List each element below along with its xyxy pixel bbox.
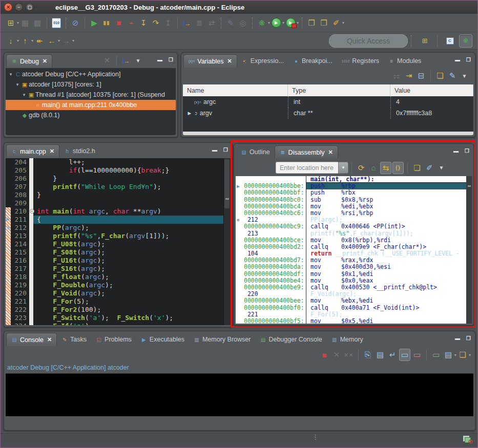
scrollbar-thumb[interactable] xyxy=(224,159,230,208)
fold-collapse-icon[interactable]: − xyxy=(30,209,34,214)
debug-perspective-icon[interactable]: ❋ xyxy=(459,34,472,48)
disassembly-row[interactable]: 0000000000400bf0:callq0x400a71 <F_Void(i… xyxy=(236,305,466,311)
pin-icon[interactable]: ✐ xyxy=(424,162,435,174)
dropdown-arrow-icon[interactable]: ▾ xyxy=(58,38,60,43)
code-line[interactable]: 209 xyxy=(6,199,231,207)
dropdown-arrow-icon[interactable]: ▾ xyxy=(469,353,471,357)
show-when-stdout-changes-icon[interactable]: ▭ xyxy=(399,349,410,361)
skip-all-breakpoints-icon[interactable]: ⊘ xyxy=(70,17,81,29)
debug-configurations-icon[interactable]: ❐ xyxy=(306,17,317,29)
add-global-variables-icon[interactable]: ⇥ xyxy=(403,70,414,82)
code-line[interactable]: 214 F_U08t(argc); xyxy=(6,240,231,248)
terminate-icon[interactable]: ■ xyxy=(113,17,124,29)
maximize-view-icon[interactable]: ❒ xyxy=(169,57,173,62)
code-line[interactable]: 221 F_For(5); xyxy=(6,297,231,306)
code-line[interactable]: 211{ xyxy=(6,216,231,224)
maximize-view-icon[interactable]: ❒ xyxy=(465,148,469,154)
edit-variable-icon[interactable]: ✎ xyxy=(447,70,458,82)
minimize-window-icon[interactable]: − xyxy=(15,3,23,11)
code-line[interactable]: 205 if(l==1000000000){break;} xyxy=(6,166,231,175)
code-line[interactable]: 212 PP(argc); xyxy=(6,224,231,232)
minimize-view-icon[interactable]: ▬ xyxy=(455,57,460,62)
tab-breakpoi[interactable]: ●Breakpoi... xyxy=(288,54,337,68)
code-editor[interactable]: 204 l++;205 if(l==1000000000){break;}206… xyxy=(6,158,231,325)
dropdown-arrow-icon[interactable]: ▾ xyxy=(31,38,33,43)
tab-tasks[interactable]: ✎Tasks xyxy=(57,333,91,346)
disassembly-row[interactable]: 0000000000400bc4:mov%edi,%ebx xyxy=(236,203,466,210)
code-line[interactable]: 223 F_Switch('a'); F_Switch('x'); xyxy=(6,314,231,322)
editor-scrollbar[interactable] xyxy=(223,158,231,325)
quick-access-input[interactable]: Quick Access xyxy=(329,34,408,48)
tab-main-cpp[interactable]: cmain.cpp✕ xyxy=(6,144,59,158)
step-into-icon[interactable]: ↧ xyxy=(138,17,149,29)
show-source-icon[interactable]: {} xyxy=(392,162,404,174)
display-selected-console-icon[interactable]: ▤ xyxy=(443,349,454,361)
tab-memory[interactable]: ▥Memory xyxy=(327,333,368,346)
code-line[interactable]: 208} xyxy=(6,191,231,199)
step-over-icon[interactable]: ↷ xyxy=(150,17,161,29)
maximize-window-icon[interactable]: ▢ xyxy=(26,3,34,11)
disassembly-row[interactable]: 0000000000400bbf:push%rbx xyxy=(236,189,466,196)
debug-tree-item[interactable]: ≡main() at main.cpp:211 0x400bbe xyxy=(6,100,176,110)
console-output[interactable] xyxy=(6,374,473,416)
disassembly-row[interactable]: 0000000000400bee:mov%ebx,%edi xyxy=(236,297,466,304)
maximize-view-icon[interactable]: ❒ xyxy=(466,57,471,62)
close-window-icon[interactable]: ✕ xyxy=(4,3,12,11)
tab-executables[interactable]: ▶Executables xyxy=(136,333,189,346)
expander-icon[interactable]: ▾ xyxy=(14,82,20,87)
debug-tree-item[interactable]: ▾▣Thread #1 [atcoder] 10375 [core: 1] (S… xyxy=(6,90,176,100)
tab-memory-browser[interactable]: ▥Memory Browser xyxy=(189,333,255,346)
close-icon[interactable]: ✕ xyxy=(43,58,47,65)
debug-tree-item[interactable]: ▾▣atcoder [10375] [cores: 1] xyxy=(6,79,176,90)
new-wizard-icon[interactable]: ⊞ xyxy=(5,17,16,29)
code-line[interactable]: 215 F_S08t(argc); xyxy=(6,248,231,257)
code-line[interactable]: 207 printf("While Loop End¥n"); xyxy=(6,183,231,191)
close-icon[interactable]: ✕ xyxy=(50,148,54,155)
dropdown-arrow-icon[interactable]: ▾ xyxy=(17,20,19,25)
disassembly-content[interactable]: main(int, char**):0000000000400bbe:▶push… xyxy=(236,176,466,324)
view-menu-icon[interactable]: ▼ xyxy=(133,54,144,67)
tab-debug[interactable]: ❋ Debug ✕ xyxy=(6,54,52,68)
disassembly-row[interactable]: 0000000000400bc9:callq0x400646 <PP(int)> xyxy=(236,223,466,230)
view-menu-icon[interactable]: ▼ xyxy=(459,70,470,82)
code-line[interactable]: 216 F_U16t(argc); xyxy=(6,257,231,265)
code-line[interactable]: 217 F_S16t(argc); xyxy=(6,265,231,273)
word-wrap-icon[interactable]: ↵ xyxy=(387,349,398,361)
instruction-stepping-icon[interactable]: i→ xyxy=(181,17,193,29)
column-type[interactable]: Type xyxy=(288,84,390,96)
instruction-stepping-mode-icon[interactable]: i→ xyxy=(120,54,132,67)
dropdown-arrow-icon[interactable]: ▾ xyxy=(17,38,19,43)
disassembly-row[interactable]: 213printf("%s",F_char(argv[1])); xyxy=(236,230,466,237)
disassembly-row[interactable]: 221F_For(5); xyxy=(236,311,466,318)
tab-debugger-console[interactable]: ▤Debugger Console xyxy=(255,333,326,346)
dropdown-arrow-icon[interactable]: ▾ xyxy=(72,38,74,43)
tab-expressio[interactable]: •:Expressio... xyxy=(237,54,288,68)
debug-tree-item[interactable]: ◆gdb (8.0.1) xyxy=(6,110,176,120)
minimize-view-icon[interactable]: ▬ xyxy=(453,148,459,154)
tab-variables[interactable]: (x)=Variables✕ xyxy=(183,54,237,68)
close-icon[interactable]: ✕ xyxy=(227,58,232,65)
code-line[interactable]: 210int main(int argc, char **argv) xyxy=(6,207,231,216)
view-menu-icon[interactable]: ▼ xyxy=(436,162,447,174)
maximize-view-icon[interactable]: ❒ xyxy=(223,147,228,153)
breakpoint-icon[interactable]: ◉ xyxy=(7,224,10,230)
show-when-stderr-changes-icon[interactable]: ▭ xyxy=(411,349,423,361)
background-jobs-icon[interactable]: ⊘ xyxy=(463,436,471,443)
code-line[interactable]: 220 F_Void(argc); xyxy=(6,289,231,297)
previous-annotation-icon[interactable]: ↑ xyxy=(19,35,31,47)
variable-row[interactable]: (x)=argcint4 xyxy=(183,96,473,108)
resume-icon[interactable]: ▶ xyxy=(89,17,100,29)
last-edit-location-icon[interactable]: ↞ xyxy=(34,35,45,47)
tab-stdio2-h[interactable]: hstdio2.h xyxy=(59,144,100,158)
open-console-icon[interactable]: ❏ xyxy=(457,349,468,361)
code-line[interactable]: 204 l++; xyxy=(6,158,231,166)
disassembly-row[interactable]: 0000000000400bda:mov$0x400d30,%esi xyxy=(236,264,466,270)
tab-modules[interactable]: ≡Modules xyxy=(384,54,426,68)
dropdown-arrow-icon[interactable]: ▾ xyxy=(268,20,270,25)
coverage-icon[interactable]: ✐ xyxy=(330,17,342,29)
location-dropdown-icon[interactable]: ▼ xyxy=(338,162,348,174)
minimize-view-icon[interactable]: ▬ xyxy=(455,335,460,341)
clear-console-icon[interactable]: ⎘ xyxy=(362,349,373,361)
back-icon[interactable]: ← xyxy=(46,35,57,47)
new-view-icon[interactable]: ❏ xyxy=(411,162,423,174)
